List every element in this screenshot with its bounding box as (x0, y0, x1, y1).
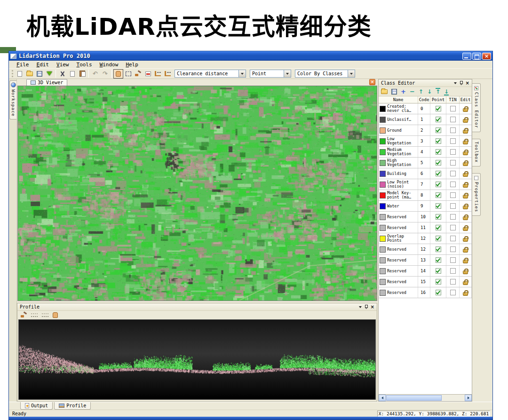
panel-menu-icon[interactable] (454, 82, 457, 84)
class-row[interactable]: Medium Vegetation 4 (379, 147, 472, 158)
menu-tools[interactable]: Tools (73, 62, 96, 68)
class-row[interactable]: Reserved 13 (379, 255, 472, 266)
point-checkbox[interactable] (436, 138, 441, 144)
lock-icon[interactable] (463, 227, 468, 231)
profile-pan-icon[interactable] (53, 312, 58, 318)
menu-file[interactable]: File (13, 62, 33, 68)
tab-class-editor[interactable]: Class Editor (472, 83, 481, 132)
pan-button[interactable] (113, 69, 123, 79)
profile-tool2-button[interactable] (163, 69, 173, 79)
menu-edit[interactable]: Edit (33, 62, 53, 68)
lock-icon[interactable] (463, 151, 468, 155)
slice-button[interactable] (143, 69, 153, 79)
import-button[interactable] (44, 69, 54, 79)
cut-button[interactable] (57, 69, 67, 79)
point-checkbox[interactable] (436, 182, 441, 187)
profile-view[interactable] (19, 320, 375, 399)
lock-icon[interactable] (463, 119, 468, 123)
segment-tool-icon[interactable] (31, 313, 38, 317)
tab-toolbox[interactable]: Toolbox (472, 139, 481, 166)
class-row[interactable]: Building 6 (379, 168, 472, 179)
lock-icon[interactable] (463, 162, 468, 166)
class-row[interactable]: Model Key-point (ma… 8 (379, 190, 472, 201)
workspace-tab[interactable]: Workspace (9, 80, 16, 119)
undo-button[interactable]: ↶ (90, 69, 100, 79)
class-row[interactable]: High Vegetation 5 (379, 158, 472, 168)
minimize-button[interactable] (462, 53, 471, 60)
tab-3d-viewer[interactable]: 3D Viewer (26, 79, 67, 86)
tin-checkbox[interactable] (450, 171, 456, 176)
point-checkbox[interactable] (436, 171, 441, 176)
save-classes-icon[interactable] (391, 89, 397, 95)
tin-checkbox[interactable] (450, 106, 456, 111)
class-row[interactable]: Reserved 10 (379, 212, 472, 222)
point-combo[interactable]: Point (250, 70, 291, 78)
menu-view[interactable]: View (53, 62, 73, 68)
point-checkbox[interactable] (436, 192, 441, 198)
lock-icon[interactable] (463, 173, 468, 177)
remove-class-icon[interactable]: − (410, 88, 415, 95)
pin-icon[interactable] (365, 305, 368, 309)
lock-icon[interactable] (463, 292, 468, 296)
point-checkbox[interactable] (436, 203, 441, 209)
chevron-down-icon[interactable] (238, 70, 246, 77)
class-row[interactable]: Low Point (noise) 7 (379, 179, 472, 190)
pin-icon[interactable] (460, 81, 463, 86)
point-checkbox[interactable] (436, 160, 441, 166)
class-row[interactable]: Unclassif… 1 (379, 114, 472, 125)
menu-window[interactable]: Window (96, 62, 122, 68)
lock-icon[interactable] (463, 130, 468, 134)
point-checkbox[interactable] (436, 246, 441, 252)
class-row[interactable]: Reserved 11 (379, 222, 472, 233)
class-row[interactable]: Reserved 14 (379, 266, 472, 277)
point-checkbox[interactable] (436, 236, 441, 241)
point-checkbox[interactable] (436, 117, 441, 122)
tin-checkbox[interactable] (450, 279, 456, 285)
chevron-down-icon[interactable] (348, 70, 355, 77)
lock-icon[interactable] (463, 184, 468, 188)
class-row[interactable]: Low Vegetation 3 (379, 136, 472, 147)
rect-select-button[interactable] (123, 69, 133, 79)
scroll-left-icon[interactable] (379, 395, 386, 401)
titlebar[interactable]: LidarStation Pro 2010 × (9, 51, 492, 61)
lock-icon[interactable] (463, 281, 468, 285)
viewer-close-button[interactable]: × (369, 79, 375, 85)
tin-checkbox[interactable] (450, 268, 456, 274)
close-icon[interactable]: × (466, 81, 469, 86)
clearance-distance-combo[interactable]: Clearance distance (175, 70, 246, 78)
tin-checkbox[interactable] (450, 290, 456, 295)
lock-icon[interactable] (463, 249, 468, 253)
lock-icon[interactable] (463, 195, 468, 198)
chevron-down-icon[interactable] (284, 70, 291, 77)
lock-icon[interactable] (463, 216, 468, 220)
class-row[interactable]: Reserved 15 (379, 277, 472, 287)
copy-button[interactable] (67, 69, 77, 79)
load-classes-icon[interactable] (381, 89, 388, 94)
class-row[interactable]: Created: never cla… 0 (379, 103, 472, 114)
lock-icon[interactable] (463, 141, 468, 144)
tin-checkbox[interactable] (450, 257, 456, 263)
menu-help[interactable]: Help (122, 62, 142, 68)
tab-output[interactable]: Output (20, 402, 53, 410)
tin-checkbox[interactable] (450, 203, 456, 209)
open-button[interactable] (24, 69, 34, 79)
brush-button[interactable] (133, 69, 143, 79)
tin-checkbox[interactable] (450, 138, 456, 144)
class-row[interactable]: Water 9 (379, 201, 472, 212)
close-icon[interactable]: × (371, 305, 374, 309)
lock-icon[interactable] (463, 260, 468, 263)
tab-profile[interactable]: Profile (54, 402, 91, 410)
scrollbar-thumb[interactable] (386, 395, 442, 401)
tin-checkbox[interactable] (450, 214, 456, 220)
tin-checkbox[interactable] (450, 182, 456, 187)
tin-checkbox[interactable] (450, 192, 456, 198)
tin-checkbox[interactable] (450, 117, 456, 122)
point-checkbox[interactable] (436, 257, 441, 263)
profile-tool-button[interactable] (153, 69, 163, 79)
horizontal-scrollbar[interactable] (379, 394, 472, 401)
lock-icon[interactable] (463, 270, 468, 274)
tin-checkbox[interactable] (450, 225, 456, 230)
class-row[interactable]: Overlap Points 12 (379, 233, 472, 244)
tin-checkbox[interactable] (450, 160, 456, 166)
move-top-icon[interactable]: ↑ (436, 89, 440, 95)
